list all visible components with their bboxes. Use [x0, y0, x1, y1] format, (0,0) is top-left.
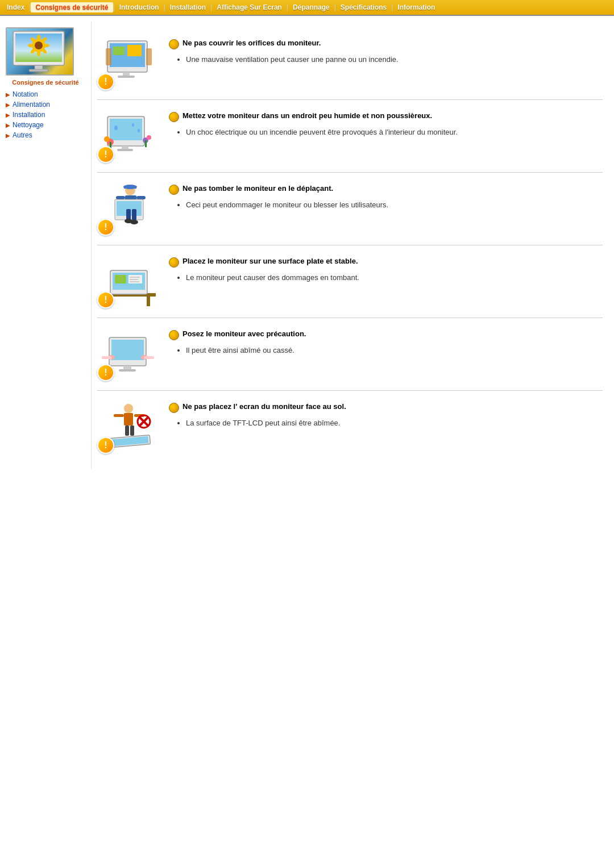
safety-item-6: ! Ne pas placez l' ecran du moniteur fac…: [97, 391, 603, 463]
item-header-1: Ne pas couvrir les orifices du moniteur.: [169, 39, 603, 49]
svg-point-35: [138, 129, 140, 132]
item-bullets-2: Un choc électrique ou un incendie peuven…: [169, 127, 603, 138]
sidebar: Consignes de sécurité ▶ Notation ▶ Alime…: [0, 22, 91, 469]
svg-rect-63: [123, 366, 131, 370]
item-text-4: Placez le moniteur sur une surface plate…: [169, 254, 603, 285]
item-header-3: Ne pas tomber le moniteur en le déplaçan…: [169, 184, 603, 195]
warning-badge-5: !: [97, 364, 114, 381]
svg-point-33: [114, 126, 118, 130]
sidebar-link-installation[interactable]: ▶ Installation: [6, 111, 85, 119]
item-title-1: Ne pas couvrir les orifices du moniteur.: [182, 39, 321, 47]
svg-point-4: [35, 41, 43, 49]
svg-rect-68: [144, 356, 154, 359]
item-title-6: Ne pas placez l' ecran du moniteur face …: [182, 402, 346, 411]
item-image-1: !: [97, 36, 160, 90]
svg-rect-74: [130, 425, 134, 436]
svg-point-7: [44, 44, 49, 47]
item-image-4: !: [97, 254, 160, 308]
svg-rect-32: [145, 140, 147, 147]
item-circle-icon-2: [169, 112, 179, 122]
svg-rect-38: [124, 186, 136, 189]
svg-rect-45: [132, 209, 136, 220]
navigation-bar: Index | Consignes de sécurité | Introduc…: [0, 0, 614, 16]
nav-installation[interactable]: Installation: [165, 3, 210, 11]
svg-rect-55: [130, 277, 140, 278]
nav-consignes[interactable]: Consignes de sécurité: [31, 2, 113, 12]
svg-rect-53: [115, 275, 126, 283]
svg-rect-56: [130, 279, 138, 280]
item-bullet-2: Un choc électrique ou un incendie peuven…: [186, 127, 603, 138]
item-image-5: !: [97, 327, 160, 381]
nav-index[interactable]: Index: [2, 3, 29, 11]
svg-rect-40: [116, 196, 125, 199]
svg-point-28: [104, 136, 110, 142]
item-header-2: Mettez votre moniteur dans un endroit pe…: [169, 111, 603, 122]
sidebar-link-autres[interactable]: ▶ Autres: [6, 131, 85, 139]
nav-specifications[interactable]: Spécifications: [336, 3, 391, 11]
safety-item-1: ! Ne pas couvrir les orifices du moniteu…: [97, 27, 603, 100]
sidebar-link-nettoyage[interactable]: ▶ Nettoyage: [6, 121, 85, 129]
main-layout: Consignes de sécurité ▶ Notation ▶ Alime…: [0, 16, 614, 474]
item-image-3: !: [97, 182, 160, 236]
item-header-5: Posez le moniteur avec précaution.: [169, 329, 603, 340]
item-bullets-5: Il peut être ainsi abîmé ou cassé.: [169, 345, 603, 356]
svg-rect-41: [136, 196, 146, 199]
item-text-2: Mettez votre moniteur dans un endroit pe…: [169, 109, 603, 140]
svg-rect-18: [127, 45, 142, 56]
nav-depannage[interactable]: Dépannage: [288, 3, 334, 11]
nav-information[interactable]: Information: [393, 3, 439, 11]
sidebar-link-alimentation[interactable]: ▶ Alimentation: [6, 101, 85, 108]
item-circle-icon-6: [169, 403, 179, 413]
sidebar-monitor-illustration: [7, 28, 73, 75]
item-circle-icon-1: [169, 39, 179, 49]
warning-badge-3: !: [97, 219, 114, 236]
arrow-icon-installation: ▶: [6, 112, 10, 118]
safety-item-3: ! Ne pas tomber le moniteur en le déplaç…: [97, 173, 603, 245]
arrow-icon-notation: ▶: [6, 91, 10, 98]
svg-rect-70: [124, 413, 133, 425]
item-image-6: !: [97, 400, 160, 454]
svg-rect-50: [147, 296, 150, 306]
svg-rect-22: [146, 48, 152, 65]
safety-item-2: ! Mettez votre moniteur dans un endroit …: [97, 100, 603, 173]
item-header-6: Ne pas placez l' ecran du moniteur face …: [169, 402, 603, 413]
sidebar-link-notation[interactable]: ▶ Notation: [6, 90, 85, 98]
item-title-5: Posez le moniteur avec précaution.: [182, 329, 306, 338]
svg-rect-73: [125, 425, 129, 436]
warning-badge-6: !: [97, 437, 114, 454]
item-bullets-3: Ceci peut endommager le moniteur ou bles…: [169, 199, 603, 211]
item-image-2: !: [97, 109, 160, 163]
safety-item-5: ! Posez le moniteur avec précaution. Il …: [97, 318, 603, 391]
svg-rect-17: [113, 47, 125, 55]
svg-point-34: [132, 123, 134, 127]
nav-affichage[interactable]: Affichage Sur Ecran: [212, 3, 287, 11]
svg-rect-71: [114, 414, 124, 417]
svg-point-5: [37, 35, 40, 40]
svg-point-69: [124, 404, 133, 413]
arrow-icon-nettoyage: ▶: [6, 122, 10, 128]
sidebar-section-label: Consignes de sécurité: [6, 79, 85, 86]
item-text-3: Ne pas tomber le moniteur en le déplaçan…: [169, 182, 603, 212]
item-header-4: Placez le moniteur sur une surface plate…: [169, 257, 603, 268]
safety-item-4: ! Placez le moniteur sur une surface pla…: [97, 245, 603, 318]
svg-point-47: [130, 220, 138, 224]
item-bullets-1: Une mauvaise ventilation peut causer une…: [169, 54, 603, 65]
svg-rect-57: [130, 281, 139, 282]
item-bullet-4: Le moniteur peut causer des dommages en …: [186, 272, 603, 283]
item-text-1: Ne pas couvrir les orifices du moniteur.…: [169, 36, 603, 67]
svg-rect-19: [123, 72, 130, 76]
svg-rect-60: [111, 340, 144, 360]
svg-rect-67: [102, 356, 112, 359]
svg-rect-64: [119, 369, 136, 372]
warning-badge-2: !: [97, 146, 114, 163]
item-bullet-5: Il peut être ainsi abîmé ou cassé.: [186, 345, 603, 356]
item-circle-icon-3: [169, 185, 179, 195]
item-bullets-6: La surface de TFT-LCD peut ainsi être ab…: [169, 418, 603, 429]
arrow-icon-alimentation: ▶: [6, 102, 10, 108]
svg-rect-21: [106, 48, 111, 65]
item-title-2: Mettez votre moniteur dans un endroit pe…: [182, 111, 432, 120]
item-bullets-4: Le moniteur peut causer des dommages en …: [169, 272, 603, 283]
nav-introduction[interactable]: Introduction: [115, 3, 164, 11]
svg-rect-14: [29, 69, 48, 72]
item-title-3: Ne pas tomber le moniteur en le déplaçan…: [182, 184, 333, 193]
